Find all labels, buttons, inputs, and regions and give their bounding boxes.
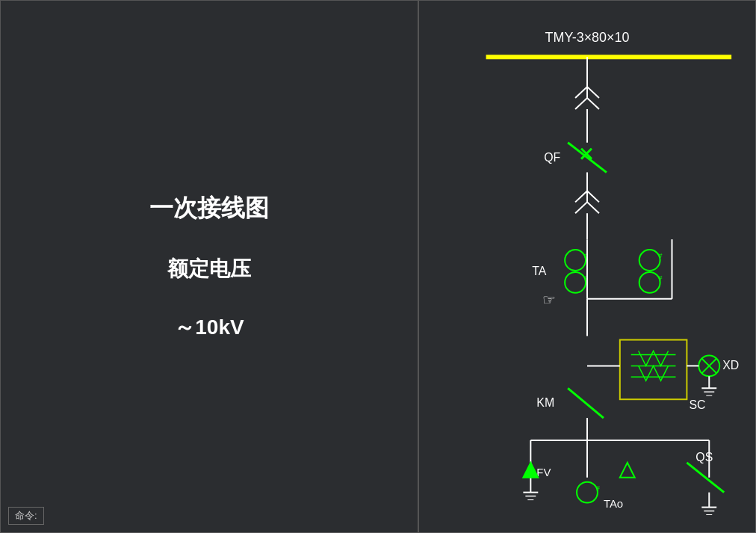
schematic-diagram: TMY-3×80×10 QF: [419, 1, 755, 532]
qf-label: QF: [544, 151, 560, 164]
xd-label: XD: [722, 359, 739, 372]
ta-label: TA: [532, 265, 547, 277]
svg-marker-47: [620, 463, 635, 478]
svg-line-48: [687, 463, 724, 493]
voltage-value: ～10kV: [174, 313, 244, 342]
km-label: KM: [536, 396, 554, 409]
bus-label: TMY-3×80×10: [545, 30, 630, 45]
diagram-title: 一次接线图: [149, 192, 269, 225]
command-label: 命令:: [15, 510, 37, 521]
svg-point-45: [577, 482, 598, 503]
svg-rect-20: [620, 340, 687, 400]
svg-point-12: [639, 250, 660, 271]
main-container: 一次接线图 额定电压 ～10kV 命令: TMY-3×80×10: [0, 0, 756, 533]
svg-point-14: [639, 272, 660, 293]
tao-label: TAo: [604, 497, 623, 510]
svg-text:#: #: [659, 252, 663, 259]
fv-label: FV: [536, 466, 551, 478]
sc-label: SC: [689, 398, 705, 411]
qs-label: QS: [695, 451, 713, 463]
svg-text:☞: ☞: [542, 292, 556, 308]
svg-point-8: [565, 250, 586, 271]
command-box: 命令:: [8, 507, 44, 525]
svg-line-3: [568, 143, 607, 173]
svg-line-33: [568, 388, 604, 418]
svg-point-10: [565, 272, 586, 293]
voltage-label: 额定电压: [167, 255, 251, 283]
svg-marker-39: [523, 463, 538, 478]
svg-text:#: #: [659, 274, 663, 282]
right-panel[interactable]: TMY-3×80×10 QF: [418, 0, 756, 533]
svg-text:#: #: [596, 484, 600, 492]
left-panel: 一次接线图 额定电压 ～10kV 命令:: [0, 0, 418, 533]
